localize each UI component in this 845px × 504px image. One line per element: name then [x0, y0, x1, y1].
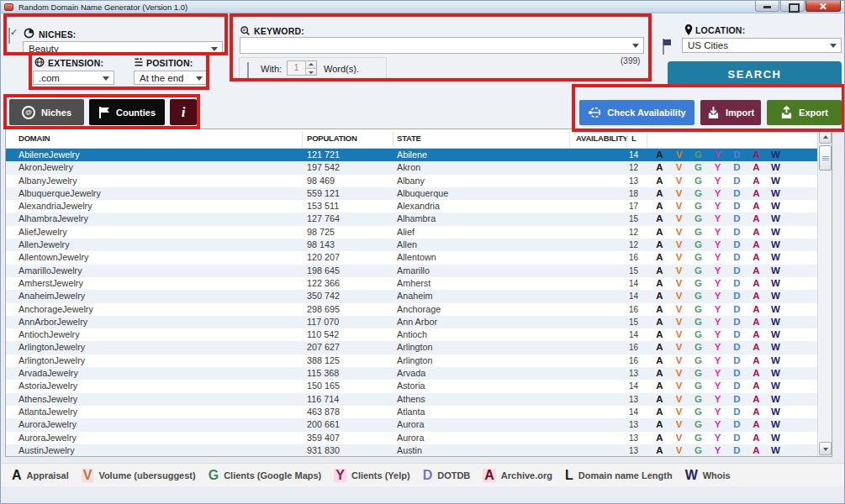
- volume-ubersuggest-letter-link[interactable]: V: [669, 380, 689, 392]
- whois-letter-link[interactable]: W: [766, 341, 785, 354]
- clients-yelp-letter-link[interactable]: Y: [708, 290, 727, 302]
- archive-org-letter-link[interactable]: A: [747, 149, 766, 161]
- appraisal-letter-link[interactable]: A: [650, 380, 669, 392]
- info-button[interactable]: i: [170, 99, 197, 125]
- dotdb-letter-link[interactable]: D: [727, 367, 747, 380]
- appraisal-letter-link[interactable]: A: [650, 432, 669, 444]
- table-row[interactable]: ArvadaJewelry 115 368 Arvada 13 AVGYDAW: [6, 367, 832, 380]
- archive-org-letter-link[interactable]: A: [747, 328, 766, 341]
- table-row[interactable]: AnaheimJewelry 350 742 Anaheim 14 AVGYDA…: [6, 290, 832, 302]
- appraisal-letter-link[interactable]: A: [650, 200, 669, 213]
- clients-yelp-letter-link[interactable]: Y: [708, 251, 727, 264]
- maximize-button[interactable]: [780, 1, 805, 12]
- volume-ubersuggest-letter-link[interactable]: V: [669, 341, 689, 354]
- appraisal-letter-link[interactable]: A: [650, 187, 669, 200]
- whois-letter-link[interactable]: W: [766, 213, 785, 225]
- dotdb-letter-link[interactable]: D: [727, 406, 747, 418]
- table-row[interactable]: ArlingtonJewelry 207 627 Arlington 16 AV…: [6, 341, 832, 354]
- archive-org-letter-link[interactable]: A: [747, 213, 766, 225]
- dotdb-letter-link[interactable]: D: [727, 432, 747, 444]
- archive-org-letter-link[interactable]: A: [747, 290, 766, 302]
- clients-google-maps-letter-link[interactable]: G: [689, 380, 708, 392]
- table-row[interactable]: AnchorageJewelry 298 695 Anchorage 16 AV…: [6, 303, 832, 316]
- whois-letter-link[interactable]: W: [766, 406, 785, 418]
- volume-ubersuggest-letter-link[interactable]: V: [669, 393, 689, 406]
- table-row[interactable]: AlhambraJewelry 127 764 Alhambra 15 AVGY…: [6, 213, 832, 225]
- clients-yelp-letter-link[interactable]: Y: [708, 380, 727, 392]
- archive-org-letter-link[interactable]: A: [747, 316, 766, 328]
- table-row[interactable]: AbileneJewelry 121 721 Abilene 14 AVGYDA…: [6, 149, 832, 161]
- appraisal-letter-link[interactable]: A: [650, 149, 669, 161]
- scroll-up-icon[interactable]: [819, 130, 832, 144]
- whois-letter-link[interactable]: W: [766, 354, 785, 367]
- whois-letter-link[interactable]: W: [766, 149, 785, 161]
- appraisal-letter-link[interactable]: A: [650, 251, 669, 264]
- volume-ubersuggest-letter-link[interactable]: V: [669, 251, 689, 264]
- clients-google-maps-letter-link[interactable]: G: [689, 444, 708, 457]
- volume-ubersuggest-letter-link[interactable]: V: [669, 303, 689, 316]
- dotdb-letter-link[interactable]: D: [727, 149, 747, 161]
- dotdb-letter-link[interactable]: D: [727, 239, 747, 251]
- dotdb-letter-link[interactable]: D: [727, 341, 747, 354]
- clients-google-maps-letter-link[interactable]: G: [689, 175, 708, 187]
- header-population[interactable]: POPULATION: [307, 134, 357, 143]
- whois-letter-link[interactable]: W: [766, 303, 785, 316]
- archive-org-letter-link[interactable]: A: [747, 161, 766, 174]
- whois-letter-link[interactable]: W: [766, 367, 785, 380]
- volume-ubersuggest-letter-link[interactable]: V: [669, 265, 689, 277]
- whois-letter-link[interactable]: W: [766, 418, 785, 431]
- table-row[interactable]: AuroraJewelry 359 407 Aurora 13 AVGYDAW: [6, 432, 832, 444]
- clients-yelp-letter-link[interactable]: Y: [708, 367, 727, 380]
- clients-yelp-letter-link[interactable]: Y: [708, 432, 727, 444]
- dotdb-letter-link[interactable]: D: [727, 213, 747, 225]
- clients-google-maps-letter-link[interactable]: G: [689, 328, 708, 341]
- table-row[interactable]: ArlingtonJewelry 388 125 Arlington 16 AV…: [6, 354, 832, 367]
- whois-letter-link[interactable]: W: [766, 444, 785, 457]
- clients-yelp-letter-link[interactable]: Y: [708, 277, 727, 290]
- table-row[interactable]: AmarilloJewelry 198 645 Amarillo 15 AVGY…: [6, 265, 832, 277]
- clients-google-maps-letter-link[interactable]: G: [689, 161, 708, 174]
- header-state[interactable]: STATE: [397, 134, 421, 143]
- clients-yelp-letter-link[interactable]: Y: [708, 161, 727, 174]
- export-button[interactable]: Export: [767, 100, 842, 125]
- clients-yelp-letter-link[interactable]: Y: [708, 406, 727, 418]
- header-length[interactable]: L: [631, 134, 636, 143]
- volume-ubersuggest-letter-link[interactable]: V: [669, 213, 689, 225]
- whois-letter-link[interactable]: W: [766, 265, 785, 277]
- minimize-button[interactable]: [755, 1, 779, 12]
- volume-ubersuggest-letter-link[interactable]: V: [669, 328, 689, 341]
- volume-ubersuggest-letter-link[interactable]: V: [669, 187, 689, 200]
- clients-google-maps-letter-link[interactable]: G: [689, 367, 708, 380]
- scrollbar-thumb[interactable]: [819, 145, 832, 171]
- volume-ubersuggest-letter-link[interactable]: V: [669, 367, 689, 380]
- archive-org-letter-link[interactable]: A: [747, 239, 766, 251]
- archive-org-letter-link[interactable]: A: [747, 200, 766, 213]
- archive-org-letter-link[interactable]: A: [747, 354, 766, 367]
- niches-button[interactable]: @ Niches: [9, 99, 84, 125]
- appraisal-letter-link[interactable]: A: [650, 393, 669, 406]
- clients-yelp-letter-link[interactable]: Y: [708, 341, 727, 354]
- clients-yelp-letter-link[interactable]: Y: [708, 354, 727, 367]
- whois-letter-link[interactable]: W: [766, 277, 785, 290]
- whois-letter-link[interactable]: W: [766, 328, 785, 341]
- whois-letter-link[interactable]: W: [766, 187, 785, 200]
- volume-ubersuggest-letter-link[interactable]: V: [669, 444, 689, 457]
- table-row[interactable]: AthensJewelry 116 714 Athens 13 AVGYDAW: [6, 393, 832, 406]
- table-row[interactable]: AkronJewelry 197 542 Akron 12 AVGYDAW: [6, 161, 832, 174]
- clients-google-maps-letter-link[interactable]: G: [689, 341, 708, 354]
- clients-yelp-letter-link[interactable]: Y: [708, 393, 727, 406]
- clients-google-maps-letter-link[interactable]: G: [689, 251, 708, 264]
- whois-letter-link[interactable]: W: [766, 251, 785, 264]
- clients-yelp-letter-link[interactable]: Y: [708, 200, 727, 213]
- volume-ubersuggest-letter-link[interactable]: V: [669, 277, 689, 290]
- keyword-combobox[interactable]: [240, 37, 644, 54]
- archive-org-letter-link[interactable]: A: [747, 432, 766, 444]
- position-select[interactable]: At the end: [134, 71, 208, 85]
- whois-letter-link[interactable]: W: [766, 226, 785, 239]
- clients-yelp-letter-link[interactable]: Y: [708, 418, 727, 431]
- archive-org-letter-link[interactable]: A: [747, 341, 766, 354]
- dotdb-letter-link[interactable]: D: [727, 303, 747, 316]
- extension-select[interactable]: .com: [33, 71, 114, 85]
- dotdb-letter-link[interactable]: D: [727, 290, 747, 302]
- stepper-up-icon[interactable]: [306, 61, 316, 69]
